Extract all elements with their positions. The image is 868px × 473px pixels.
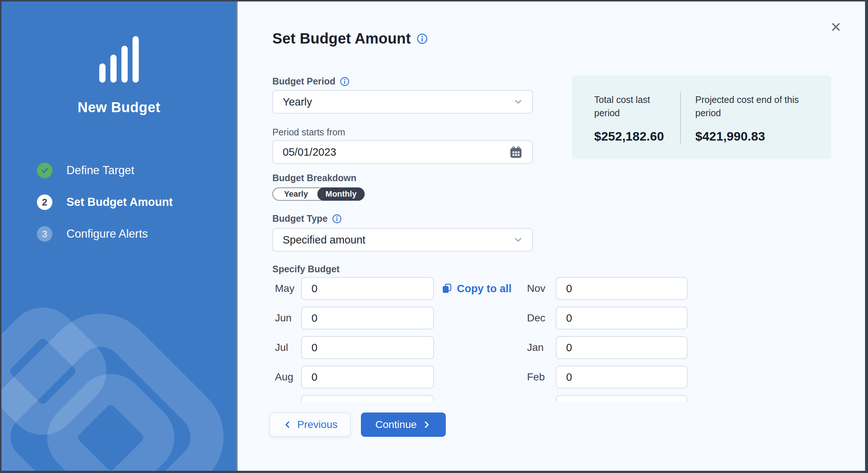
month-input-jun[interactable] bbox=[301, 307, 434, 329]
wizard-title: New Budget bbox=[1, 100, 237, 115]
month-label: Dec bbox=[527, 312, 551, 324]
budget-period-value: Yearly bbox=[283, 96, 312, 108]
previous-button[interactable]: Previous bbox=[269, 412, 351, 437]
step-label: Configure Alerts bbox=[66, 227, 148, 241]
close-button[interactable] bbox=[827, 18, 844, 35]
info-icon[interactable] bbox=[417, 33, 428, 44]
month-label: Jun bbox=[275, 312, 299, 324]
step-label: Define Target bbox=[66, 164, 134, 177]
copy-to-all-button[interactable]: Copy to all bbox=[441, 277, 512, 300]
month-label: Aug bbox=[275, 371, 299, 383]
month-label: Feb bbox=[527, 371, 551, 383]
step-configure-alerts[interactable]: 3 Configure Alerts bbox=[37, 226, 237, 242]
month-label: Sep bbox=[275, 401, 299, 402]
step-set-budget-amount[interactable]: 2 Set Budget Amount bbox=[37, 194, 237, 210]
month-input-may[interactable] bbox=[301, 277, 434, 300]
budget-breakdown-label: Budget Breakdown bbox=[272, 173, 356, 183]
budget-period-label: Budget Period bbox=[272, 76, 349, 87]
summary-value: $252,182.60 bbox=[594, 129, 664, 144]
month-label: Mar bbox=[527, 401, 551, 402]
toggle-option-monthly[interactable]: Monthly bbox=[317, 187, 365, 201]
info-icon[interactable] bbox=[332, 214, 342, 224]
chevron-down-icon bbox=[513, 235, 523, 245]
chevron-left-icon bbox=[283, 420, 292, 429]
summary-divider bbox=[680, 92, 681, 144]
wizard-sidebar: New Budget Define Target 2 Set Budget Am… bbox=[1, 1, 237, 471]
close-icon bbox=[830, 21, 842, 33]
page-title: Set Budget Amount bbox=[272, 30, 411, 47]
summary-label: Projected cost end of this period bbox=[695, 93, 813, 120]
month-input-jan[interactable] bbox=[556, 336, 688, 359]
month-input-nov[interactable] bbox=[556, 277, 688, 300]
period-starts-label: Period starts from bbox=[272, 127, 345, 138]
cost-summary-panel: Total cost last period $252,182.60 Proje… bbox=[572, 75, 831, 159]
period-start-date-input[interactable]: 05/01/2023 bbox=[272, 140, 533, 164]
wizard-steps: Define Target 2 Set Budget Amount 3 Conf… bbox=[1, 163, 237, 242]
check-circle-icon bbox=[37, 163, 52, 178]
budget-breakdown-toggle: Yearly Monthly bbox=[272, 187, 365, 201]
month-label: Jul bbox=[275, 342, 299, 353]
budget-type-label: Budget Type bbox=[272, 213, 342, 224]
date-value: 05/01/2023 bbox=[283, 146, 336, 158]
summary-label: Total cost last period bbox=[594, 93, 672, 120]
copy-icon bbox=[441, 283, 452, 294]
check-icon bbox=[40, 166, 49, 175]
month-input-jul[interactable] bbox=[301, 336, 434, 359]
step-number-badge: 3 bbox=[37, 226, 52, 242]
step-number-badge: 2 bbox=[37, 194, 52, 210]
month-label: Jan bbox=[527, 342, 551, 353]
chevron-right-icon bbox=[422, 420, 431, 429]
continue-button[interactable]: Continue bbox=[361, 412, 446, 437]
step-label: Set Budget Amount bbox=[66, 196, 173, 209]
monthly-budget-grid: May Copy to all Nov Jun Dec bbox=[272, 277, 723, 402]
month-input-mar[interactable] bbox=[556, 395, 688, 402]
info-icon[interactable] bbox=[340, 77, 349, 86]
modal-content: Set Budget Amount Total cost last period… bbox=[238, 1, 865, 471]
bar-chart-icon bbox=[93, 35, 145, 83]
budget-type-value: Specified amount bbox=[283, 234, 365, 246]
month-input-dec[interactable] bbox=[556, 307, 688, 329]
step-define-target[interactable]: Define Target bbox=[37, 163, 237, 178]
calendar-icon[interactable] bbox=[509, 145, 523, 159]
summary-value: $421,990.83 bbox=[695, 129, 765, 144]
specify-budget-label: Specify Budget bbox=[272, 264, 340, 275]
toggle-option-yearly[interactable]: Yearly bbox=[273, 188, 319, 200]
month-label: Nov bbox=[527, 283, 551, 294]
budget-period-select[interactable]: Yearly bbox=[272, 90, 533, 114]
month-label: May bbox=[275, 283, 299, 294]
budget-type-select[interactable]: Specified amount bbox=[272, 228, 533, 252]
chevron-down-icon bbox=[513, 97, 523, 107]
new-budget-modal: New Budget Define Target 2 Set Budget Am… bbox=[1, 1, 865, 471]
month-input-feb[interactable] bbox=[556, 366, 688, 389]
month-input-aug[interactable] bbox=[301, 366, 434, 389]
month-input-sep[interactable] bbox=[301, 395, 434, 402]
